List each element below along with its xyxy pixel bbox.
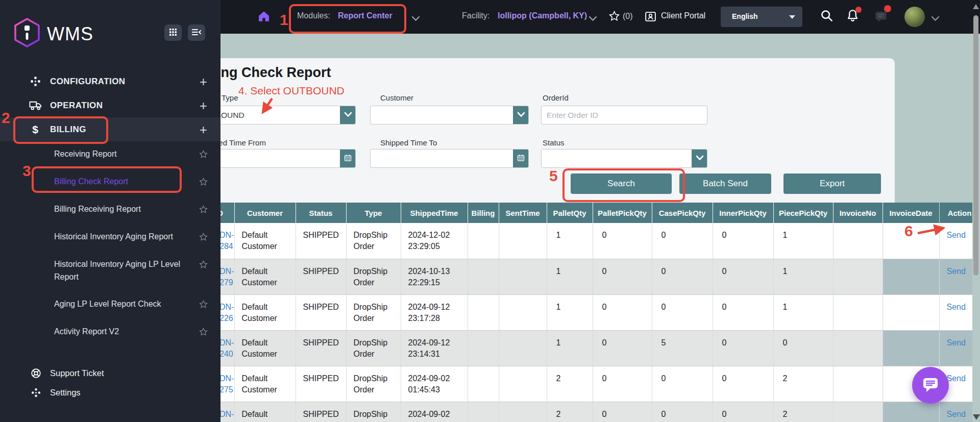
cell-customer: Default Customer [234, 402, 296, 422]
expand-plus-icon[interactable]: + [200, 74, 207, 90]
type-select-chevron-button[interactable] [340, 106, 356, 125]
cell-piecepickqty: 1 [773, 223, 833, 259]
order-id-link[interactable]: DN- 275 [219, 373, 231, 396]
send-link[interactable]: Send [947, 303, 966, 311]
sidebar-item-label: CONFIGURATION [50, 77, 125, 87]
shipped-to-datepicker[interactable] [370, 149, 529, 168]
chevron-down-icon [517, 111, 525, 119]
favorite-star-icon[interactable] [199, 177, 208, 189]
status-select-chevron-button[interactable] [692, 149, 707, 168]
favorites-star-icon[interactable] [608, 10, 620, 24]
settings-nodes-icon [30, 387, 42, 398]
cell-palletpickqty: 0 [593, 330, 652, 366]
cell-innerpickqty: 0 [713, 223, 773, 259]
report-label: Receiving Report [54, 148, 199, 161]
favorite-star-icon[interactable] [199, 260, 208, 271]
column-header-customer: Customer [234, 203, 296, 223]
shipped-to-calendar-button[interactable] [513, 149, 529, 168]
scrollbar[interactable] [972, 0, 980, 422]
profile-chevron-down-icon[interactable] [931, 14, 940, 23]
customer-select[interactable] [370, 106, 529, 125]
search-icon[interactable] [820, 9, 834, 25]
cell-type: DropShip Order [346, 259, 401, 294]
expand-plus-icon[interactable]: + [200, 122, 207, 138]
client-portal-icon[interactable] [644, 10, 657, 25]
chat-fab-button[interactable] [912, 367, 949, 404]
scroll-down-arrow-icon[interactable] [973, 414, 980, 420]
cell-customer: Default Customer [234, 223, 296, 259]
sidebar-report-item[interactable]: Historical Inventory Aging LP Level Repo… [0, 251, 220, 291]
facility-chevron-down-icon[interactable] [589, 14, 597, 23]
search-button[interactable]: Search [571, 173, 672, 194]
cell-customer: Default Customer [234, 259, 296, 294]
orderid-label: OrderId [543, 93, 569, 102]
order-id-link[interactable]: DN- [219, 409, 231, 420]
cell-piecepickqty: 1 [773, 259, 833, 294]
sidebar-report-item[interactable]: Yard Storage [0, 346, 220, 347]
orderid-input[interactable] [542, 106, 707, 124]
column-header-status: Status [296, 203, 346, 223]
home-icon[interactable] [257, 9, 271, 26]
column-header-invoiceno: InvoiceNo [833, 203, 883, 223]
order-id-link[interactable]: DN- 284 [219, 230, 231, 253]
collapse-sidebar-button[interactable] [188, 24, 205, 41]
sidebar-report-item[interactable]: Receiving Report [0, 141, 220, 168]
order-id-link[interactable]: DN- 226 [219, 302, 231, 325]
calendar-icon [344, 154, 352, 164]
avatar[interactable] [904, 7, 925, 27]
order-id-link[interactable]: DN- 240 [219, 337, 231, 360]
column-header-action: Action [939, 203, 972, 223]
sidebar-report-item[interactable]: Billing Check Report [0, 168, 220, 196]
order-id-link[interactable]: DN- 279 [219, 266, 231, 289]
export-button[interactable]: Export [783, 173, 881, 194]
send-link[interactable]: Send [947, 267, 966, 276]
sidebar-item-billing[interactable]: $ BILLING + [0, 117, 220, 141]
sidebar-report-item[interactable]: Activity Report V2 [0, 318, 220, 346]
scrollbar-thumb[interactable] [973, 15, 978, 276]
sidebar-item-settings[interactable]: Settings [0, 383, 220, 402]
sidebar-item-operation[interactable]: OPERATION + [0, 93, 220, 117]
modules-value[interactable]: Report Center [338, 11, 393, 20]
sidebar-report-item[interactable]: Aging LP Level Report Check [0, 291, 220, 318]
cell-casepickqty: 0 [652, 294, 713, 330]
language-select[interactable]: English [721, 7, 802, 27]
table-row: DN- 284Default CustomerSHIPPEDDropShip O… [204, 223, 972, 259]
send-link[interactable]: Send [947, 338, 966, 347]
expand-plus-icon[interactable]: + [200, 98, 207, 114]
sidebar-item-label: OPERATION [50, 101, 103, 111]
cell-billing [468, 330, 499, 366]
send-link[interactable]: Send [947, 231, 966, 239]
cell-senttime [499, 223, 547, 259]
apps-grid-button[interactable] [164, 24, 182, 41]
customer-select-chevron-button[interactable] [513, 106, 529, 125]
status-select[interactable] [541, 149, 707, 168]
favorite-star-icon[interactable] [199, 327, 208, 339]
cell-casepickqty: 0 [652, 402, 713, 422]
favorite-star-icon[interactable] [199, 300, 208, 311]
facility-value[interactable]: lollipop (Campbell, KY) [498, 11, 587, 20]
batch-send-button[interactable]: Batch Send [679, 173, 771, 194]
cell-action: Send [939, 402, 972, 422]
sidebar-report-item[interactable]: Historical Inventory Aging Report [0, 224, 220, 251]
cell-invoicedate [883, 259, 939, 294]
send-link[interactable]: Send [947, 374, 966, 383]
sidebar-item-support-ticket[interactable]: Support Ticket [0, 363, 220, 383]
scroll-up-arrow-icon[interactable] [973, 4, 979, 9]
client-portal-link[interactable]: Client Portal [661, 11, 705, 20]
cell-shippedtime: 2024-09-12 23:17:28 [401, 294, 468, 330]
cell-invoicedate [883, 330, 939, 366]
wms-logo-icon[interactable] [13, 17, 41, 50]
favorite-star-icon[interactable] [199, 150, 208, 161]
modules-chevron-down-icon[interactable] [411, 14, 420, 23]
favorite-star-icon[interactable] [199, 205, 208, 216]
shipped-from-calendar-button[interactable] [340, 149, 356, 168]
sidebar-report-item[interactable]: Billing Receiving Report [0, 196, 220, 224]
favorite-star-icon[interactable] [199, 232, 208, 244]
report-label: Aging LP Level Report Check [54, 298, 199, 311]
cell-customer: Default Customer [234, 330, 296, 366]
sidebar-item-configuration[interactable]: CONFIGURATION + [0, 69, 220, 93]
sidebar-footer: Support Ticket Settings [0, 363, 220, 402]
table-row: DN- Default CustomerSHIPPEDDropShip Orde… [204, 402, 972, 422]
table-row: DN- 279Default CustomerSHIPPEDDropShip O… [204, 259, 972, 294]
send-link[interactable]: Send [947, 410, 966, 418]
